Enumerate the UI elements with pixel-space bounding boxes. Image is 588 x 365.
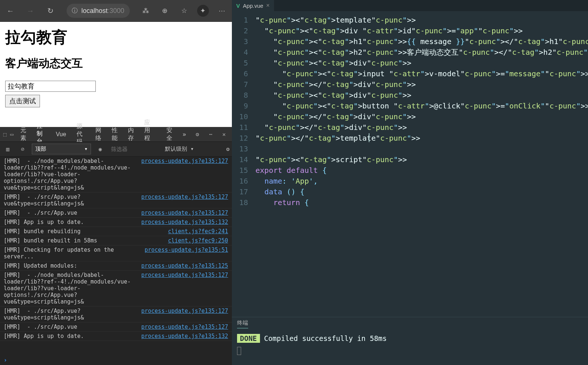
console-row: [HMR] - ./node_modules/babel-loader/lib?… [0, 271, 232, 307]
console-source-link[interactable]: process-update.js?e135:125 [134, 262, 228, 269]
console-message: [HMR] App is up to date. [4, 219, 134, 225]
console-row: [HMR] - ./node_modules/babel-loader/lib?… [0, 157, 232, 192]
console-row: [HMR] - ./src/App.vueprocess-update.js?e… [0, 208, 232, 218]
favorite-icon[interactable]: ☆ [178, 4, 190, 17]
console-message: [HMR] - ./src/App.vue?vue&type=script&la… [4, 194, 134, 207]
console-row: [HMR] - ./src/App.vueprocess-update.js?e… [0, 322, 232, 332]
line-gutter: 123456789101112131415161718 [232, 11, 253, 317]
back-button[interactable]: ← [4, 4, 17, 17]
code-content[interactable]: "c-punc"><"c-tag">template"c-punc">> "c-… [253, 11, 588, 317]
console-filter-bar: ▥ ⊘ 顶部▾ ◉ 默认级别 ▾ ⚙ [0, 142, 232, 157]
refresh-button[interactable]: ↻ [44, 4, 57, 17]
close-icon[interactable]: ✕ [219, 129, 230, 140]
tab-vue[interactable]: Vue [51, 128, 71, 141]
test-button[interactable]: 点击测试 [5, 95, 40, 107]
page-heading-2: 客户端动态交互 [5, 56, 227, 71]
console-source-link[interactable]: process-update.js?e135:127 [134, 324, 228, 330]
zoom-icon[interactable]: ⊕ [159, 4, 171, 17]
translate-icon[interactable]: ⁂ [139, 4, 152, 17]
terminal-cursor [237, 347, 241, 355]
console-source-link[interactable]: client.js?fec9:241 [160, 228, 228, 235]
console-row: [HMR] - ./src/App.vue?vue&type=script&la… [0, 192, 232, 208]
more-icon[interactable]: ⋯ [216, 4, 228, 17]
compile-message: Compiled successfully in 58ms [260, 334, 387, 342]
console-message: [HMR] - ./node_modules/babel-loader/lib?… [4, 272, 134, 305]
vue-icon: V [236, 3, 240, 9]
console-row: [HMR] bundle rebuilt in 58msclient.js?fe… [0, 236, 232, 245]
console-row: [HMR] Checking for updates on the server… [0, 245, 232, 261]
console-source-link[interactable]: process-update.js?e135:127 [134, 158, 228, 191]
console-source-link[interactable]: process-update.js?e135:127 [134, 210, 228, 216]
tabs-more[interactable]: » [178, 128, 190, 141]
console-message: [HMR] App is up to date. [4, 333, 134, 339]
level-select[interactable]: 默认级别 ▾ [165, 145, 194, 153]
kebab-icon[interactable]: ⋯ [205, 129, 216, 140]
console-row: [HMR] - ./src/App.vue?vue&type=script&la… [0, 307, 232, 322]
console-message: [HMR] - ./src/App.vue [4, 210, 134, 216]
page-viewport: 拉勾教育 客户端动态交互 点击测试 [0, 22, 232, 127]
device-icon[interactable]: ▭ [9, 129, 15, 140]
console-source-link[interactable]: process-update.js?e135:127 [134, 194, 228, 207]
address-bar[interactable]: ⓘ localhost:3000 [67, 4, 130, 18]
page-heading-1: 拉勾教育 [5, 27, 227, 48]
terminal-panel: 终端 1: npm DONE Compiled successfully in … [232, 317, 588, 365]
context-select[interactable]: 顶部▾ [32, 144, 91, 154]
devtools-panel: ⬚ ▭ 元素 控制台 Vue 源代码 网络 性能 内存 应用程序 安全 » ⚙ … [0, 127, 232, 365]
console-message: [HMR] Checking for updates on the server… [4, 247, 137, 260]
code-editor[interactable]: 123456789101112131415161718 "c-punc"><"c… [232, 11, 588, 317]
console-row: [HMR] bundle rebuildingclient.js?fec9:24… [0, 227, 232, 236]
console-output[interactable]: [HMR] - ./node_modules/babel-loader/lib?… [0, 157, 232, 355]
terminal-tab[interactable]: 终端 [237, 319, 248, 328]
terminal-output[interactable]: DONE Compiled successfully in 58ms [232, 331, 588, 360]
console-source-link[interactable]: process-update.js?e135:127 [134, 308, 228, 321]
console-message: [HMR] - ./src/App.vue?vue&type=script&la… [4, 308, 134, 321]
eye-icon[interactable]: ◉ [95, 144, 106, 155]
console-source-link[interactable]: process-update.js?e135:51 [137, 247, 228, 260]
message-input[interactable] [5, 81, 96, 92]
url-text: localhost:3000 [81, 7, 124, 15]
editor-cursor [369, 133, 369, 142]
filter-input[interactable] [109, 144, 161, 154]
editor-tab-app-vue[interactable]: V App.vue × [232, 0, 274, 11]
console-message: [HMR] - ./src/App.vue [4, 324, 134, 330]
forward-button[interactable]: → [24, 4, 37, 17]
extension-icon[interactable]: ✦ [197, 5, 209, 17]
console-row: [HMR] Updated modules:process-update.js?… [0, 261, 232, 271]
editor-tab-label: App.vue [243, 3, 263, 9]
inspect-icon[interactable]: ⬚ [2, 129, 8, 140]
done-badge: DONE [237, 334, 260, 343]
console-message: [HMR] Updated modules: [4, 262, 134, 269]
console-source-link[interactable]: process-update.js?e135:132 [134, 219, 228, 225]
console-source-link[interactable]: process-update.js?e135:127 [134, 272, 228, 305]
console-message: [HMR] bundle rebuilding [4, 228, 160, 235]
console-source-link[interactable]: process-update.js?e135:132 [134, 333, 228, 339]
console-message: [HMR] - ./node_modules/babel-loader/lib?… [4, 158, 134, 191]
info-icon[interactable]: ⓘ [72, 7, 78, 15]
console-settings-icon[interactable]: ⚙ [226, 146, 230, 153]
sidebar-toggle-icon[interactable]: ▥ [2, 144, 13, 155]
gear-icon[interactable]: ⚙ [192, 129, 203, 140]
console-row: [HMR] App is up to date.process-update.j… [0, 332, 232, 341]
devtools-tabs: ⬚ ▭ 元素 控制台 Vue 源代码 网络 性能 内存 应用程序 安全 » ⚙ … [0, 127, 232, 142]
clear-console-icon[interactable]: ⊘ [17, 144, 28, 155]
close-tab-icon[interactable]: × [266, 2, 270, 9]
editor-tab-bar: V App.vue × [232, 0, 588, 11]
console-prompt[interactable]: › [0, 355, 232, 365]
console-row: [HMR] App is up to date.process-update.j… [0, 218, 232, 227]
console-message: [HMR] bundle rebuilt in 58ms [4, 237, 160, 244]
console-source-link[interactable]: client.js?fec9:250 [160, 237, 228, 244]
browser-toolbar: ← → ↻ ⓘ localhost:3000 ⁂ ⊕ ☆ ✦ ⋯ [0, 0, 232, 22]
